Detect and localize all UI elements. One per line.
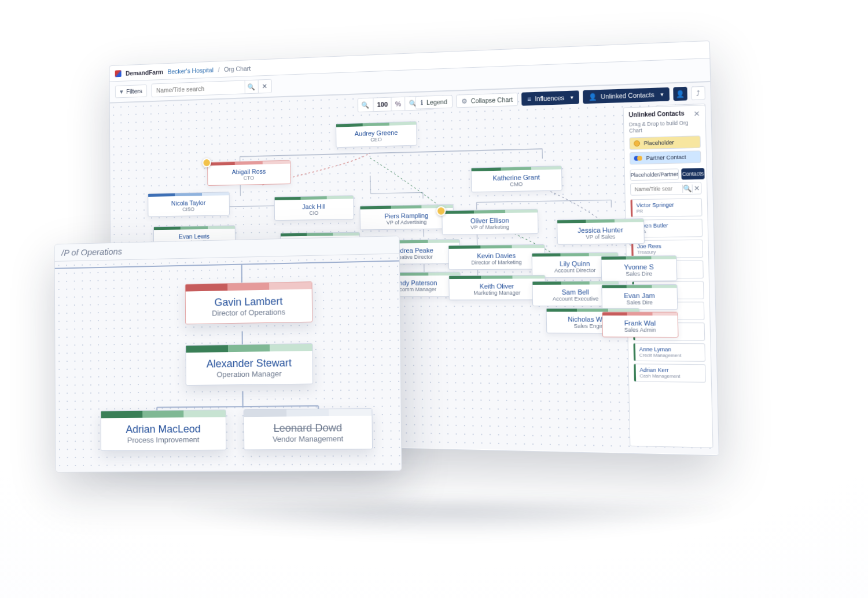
node-vpmkt[interactable]: Oliver Ellison VP of Marketing [442,209,538,235]
node-evan2[interactable]: Evan Jam Sales Dire [601,284,678,310]
crumb-account[interactable]: Becker's Hospital [167,66,214,75]
node-adrian[interactable]: Adrian MacLeod Process Improvement [101,409,227,451]
filters-button[interactable]: ▾Filters [115,85,147,98]
app-icon [115,70,122,77]
node-alex[interactable]: Alexander Stewart Operation Manager [185,343,313,386]
search-input[interactable]: ✕ [151,79,271,98]
node-name: Evan Lewis [154,229,235,240]
node-role: CISO [148,206,229,216]
node-role: Director of Operations [186,307,312,324]
node-name: Frank Wal [602,315,678,327]
node-role: Sales Dire [602,270,676,281]
node-name: Jessica Hunter [557,222,643,234]
node-name: Leonard Dowd [244,416,372,435]
crumb-sep: / [218,66,220,73]
inset-board[interactable]: Gavin Lambert Director of Operations Ale… [55,254,402,472]
node-role: CMO [472,180,562,192]
node-mktmgr[interactable]: Keith Oliver Marketing Manager [448,275,546,300]
node-name: Jack Hill [275,199,354,211]
node-role: Operation Manager [186,369,312,385]
node-gavin[interactable]: Gavin Lambert Director of Operations [185,281,313,324]
node-name: Kevin Davies [449,248,545,259]
filters-label: Filters [126,87,142,95]
node-sadmin[interactable]: Frank Wal Sales Admin [602,312,678,338]
node-role: CIO [275,210,354,220]
node-name: Evan Jam [602,288,677,299]
clear-icon[interactable]: ✕ [258,79,271,94]
node-vpsales[interactable]: Jessica Hunter VP of Sales [557,218,645,245]
node-name: Oliver Ellison [442,212,538,225]
node-name: Gavin Lambert [186,289,312,309]
node-name: Adrian MacLeod [101,417,226,436]
search-field[interactable] [152,83,244,94]
search-icon[interactable] [245,80,258,94]
node-salesdir[interactable]: Yvonne S Sales Dire [601,255,677,281]
node-role: Process Improvement [101,435,226,450]
node-cto[interactable]: Abigail Ross CTO [207,160,291,186]
node-cio[interactable]: Jack Hill CIO [274,195,354,221]
inset-card: /P of Operations Gavin Lambert Director … [54,236,402,472]
crumb-current: Org Chart [224,65,251,73]
node-ciso[interactable]: Nicola Taylor CISO [148,192,230,217]
node-role: CTO [208,174,290,185]
node-cmo[interactable]: Katherine Grant CMO [471,166,562,192]
node-name: Alexander Stewart [186,351,312,370]
node-ceo[interactable]: Audrey Greene CEO [336,121,417,148]
node-role: Vendor Management [244,434,372,450]
node-role: Sales Admin [603,326,678,337]
node-role: CEO [336,135,416,147]
node-role: Marketing Manager [450,289,546,299]
node-name: Keith Oliver [449,278,545,290]
node-role: VP of Marketing [443,223,538,234]
node-leonard[interactable]: Leonard Dowd Vendor Management [244,408,373,450]
node-role: Director of Marketing [449,259,545,269]
node-mktdir[interactable]: Kevin Davies Director of Marketing [448,244,545,270]
node-role: VP of Advertising [361,219,453,230]
app-name: DemandFarm [126,68,163,76]
node-name: Yvonne S [601,259,676,271]
floor-shadow [104,504,799,550]
node-role: VP of Sales [558,233,644,244]
